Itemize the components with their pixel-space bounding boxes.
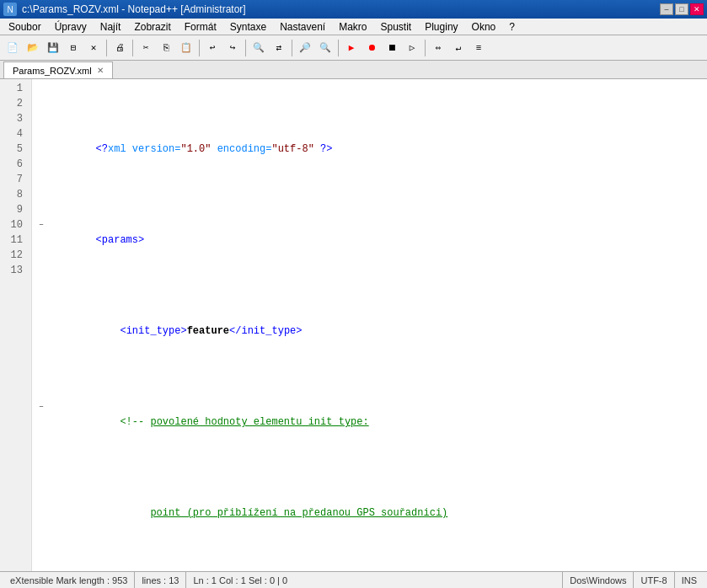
redo-btn[interactable]: ↪ [223,39,242,57]
line-num-5: 5 [5,142,26,157]
status-insert-mode: INS [675,572,704,588]
rec-btn[interactable]: ⏺ [362,39,381,57]
fold-4[interactable]: – [35,399,47,414]
status-ins-text: INS [682,575,697,585]
status-length: eXtensible Mark length : 953 [3,572,135,588]
menu-help[interactable]: ? [502,19,522,35]
copy-btn[interactable]: ⎘ [157,39,175,57]
save-all-btn[interactable]: ⊟ [64,39,83,57]
indent-btn[interactable]: ≡ [469,39,488,57]
replace-btn[interactable]: ⇄ [270,39,288,57]
app-icon: N [3,3,17,16]
line-num-13: 13 [5,263,26,278]
tab-label: Params_ROZV.xml [13,66,92,76]
find-btn[interactable]: 🔍 [249,39,268,57]
new-btn[interactable]: 📄 [3,39,22,57]
code-content-2: <params> [47,217,144,263]
code-content-5: point (pro přiblížení na předanou GPS so… [47,490,447,536]
tab-close-icon[interactable]: ✕ [97,66,104,75]
status-bar: eXtensible Mark length : 953 lines : 13 … [0,571,707,588]
line-num-9: 9 [5,202,26,217]
line-num-6: 6 [5,157,26,172]
wrap-btn[interactable]: ↵ [449,39,468,57]
print-btn[interactable]: 🖨 [110,39,129,57]
menu-spustit[interactable]: Spustit [374,19,419,35]
line-num-7: 7 [5,172,26,187]
menu-soubor[interactable]: Soubor [2,19,48,35]
line-num-11: 11 [5,233,26,248]
status-line-ending: Dos\Windows [563,572,634,588]
code-line-5: point (pro přiblížení na předanou GPS so… [35,490,704,536]
title-bar: N c:\Params_ROZV.xml - Notepad++ [Admini… [0,0,707,19]
line-num-2: 2 [5,96,26,111]
fold-1 [35,126,47,142]
status-encoding: UTF-8 [634,572,674,588]
code-content-4: <!-- povolené hodnoty elementu init_type… [47,399,369,445]
window-controls: – □ ✕ [660,3,704,15]
line-num-10: 10 [5,217,26,233]
sync-btn[interactable]: ⇔ [429,39,447,57]
close-btn2[interactable]: ✕ [84,39,103,57]
menu-makro[interactable]: Makro [332,19,373,35]
zoom-in-btn[interactable]: 🔎 [296,39,314,57]
fold-3 [35,308,47,323]
menu-nastaveni[interactable]: Nastavení [273,19,332,35]
line-num-4: 4 [5,126,26,142]
fold-5 [35,490,47,505]
cut-btn[interactable]: ✂ [137,39,155,57]
tab-bar: Params_ROZV.xml ✕ [0,61,707,79]
stop-btn[interactable]: ⏹ [383,39,401,57]
window-title: c:\Params_ROZV.xml - Notepad++ [Administ… [22,3,246,15]
tab-params-rozv[interactable]: Params_ROZV.xml ✕ [3,61,113,78]
status-length-text: eXtensible Mark length : 953 [10,575,127,585]
run-btn[interactable]: ▶ [342,39,361,57]
menu-najit[interactable]: Najít [94,19,128,35]
code-line-3: <init_type>feature</init_type> [35,308,704,354]
code-content-3: <init_type>feature</init_type> [47,308,302,354]
status-le-text: Dos\Windows [570,575,626,585]
line-num-1: 1 [5,81,26,96]
undo-btn[interactable]: ↩ [203,39,222,57]
line-num-3: 3 [5,111,26,126]
menu-zobrazit[interactable]: Zobrazit [127,19,177,35]
status-lines-text: lines : 13 [142,575,179,585]
code-editor[interactable]: <?xml version="1.0" encoding="utf-8" ?> … [32,79,707,571]
code-line-1: <?xml version="1.0" encoding="utf-8" ?> [35,126,704,172]
line-number-gutter: 1 2 3 4 5 6 7 8 9 10 11 12 13 [0,79,32,571]
menu-bar: Soubor Úpravy Najít Zobrazit Formát Synt… [0,19,707,35]
menu-pluginy[interactable]: Pluginy [418,19,464,35]
line-num-12: 12 [5,248,26,263]
status-enc-text: UTF-8 [640,575,667,585]
code-content-1: <?xml version="1.0" encoding="utf-8" ?> [47,126,333,172]
play-btn[interactable]: ▷ [403,39,421,57]
open-btn[interactable]: 📂 [24,39,42,57]
menu-upravy[interactable]: Úpravy [48,19,94,35]
editor-container: 1 2 3 4 5 6 7 8 9 10 11 12 13 <?xml vers… [0,79,707,571]
close-button[interactable]: ✕ [690,3,704,15]
menu-format[interactable]: Formát [178,19,223,35]
minimize-button[interactable]: – [660,3,673,15]
code-line-4: – <!-- povolené hodnoty elementu init_ty… [35,399,704,445]
maximize-button[interactable]: □ [675,3,688,15]
line-num-8: 8 [5,187,26,202]
code-line-2: – <params> [35,217,704,263]
menu-syntaxe[interactable]: Syntaxe [223,19,273,35]
toolbar: 📄 📂 💾 ⊟ ✕ 🖨 ✂ ⎘ 📋 ↩ ↪ 🔍 ⇄ 🔎 🔍 ▶ ⏺ ⏹ ▷ ⇔ … [0,35,707,61]
status-pos-text: Ln : 1 Col : 1 Sel : 0 | 0 [193,575,287,585]
menu-okno[interactable]: Okno [465,19,503,35]
status-position: Ln : 1 Col : 1 Sel : 0 | 0 [186,572,563,588]
save-btn[interactable]: 💾 [44,39,62,57]
status-lines: lines : 13 [135,572,186,588]
fold-2[interactable]: – [35,217,47,233]
paste-btn[interactable]: 📋 [177,39,195,57]
zoom-out-btn[interactable]: 🔍 [316,39,335,57]
